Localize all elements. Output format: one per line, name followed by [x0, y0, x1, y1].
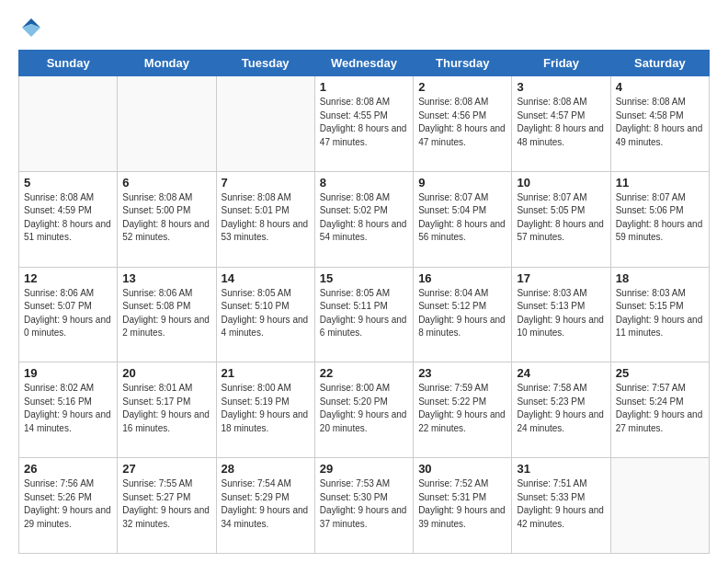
day-info: Sunrise: 7:58 AM Sunset: 5:23 PM Dayligh… [517, 382, 605, 435]
calendar-cell: 1Sunrise: 8:08 AM Sunset: 4:55 PM Daylig… [314, 76, 413, 172]
calendar-cell: 28Sunrise: 7:54 AM Sunset: 5:29 PM Dayli… [216, 458, 314, 554]
weekday-header-monday: Monday [118, 51, 216, 76]
calendar-cell: 14Sunrise: 8:05 AM Sunset: 5:10 PM Dayli… [216, 267, 314, 362]
day-number: 27 [122, 462, 210, 476]
calendar-cell: 17Sunrise: 8:03 AM Sunset: 5:13 PM Dayli… [512, 267, 610, 362]
week-row-1: 5Sunrise: 8:08 AM Sunset: 4:59 PM Daylig… [19, 171, 710, 267]
day-number: 20 [122, 366, 210, 380]
day-number: 23 [418, 366, 506, 380]
day-number: 28 [222, 462, 310, 476]
logo-icon [18, 15, 44, 40]
day-info: Sunrise: 7:59 AM Sunset: 5:22 PM Dayligh… [418, 382, 506, 435]
day-number: 2 [418, 80, 506, 94]
week-row-4: 26Sunrise: 7:56 AM Sunset: 5:26 PM Dayli… [19, 458, 710, 554]
day-info: Sunrise: 8:03 AM Sunset: 5:13 PM Dayligh… [517, 287, 605, 340]
day-number: 30 [418, 462, 506, 476]
day-info: Sunrise: 8:04 AM Sunset: 5:12 PM Dayligh… [418, 287, 506, 340]
calendar-cell: 27Sunrise: 7:55 AM Sunset: 5:27 PM Dayli… [118, 458, 216, 554]
day-info: Sunrise: 7:53 AM Sunset: 5:30 PM Dayligh… [320, 477, 408, 531]
calendar-cell: 4Sunrise: 8:08 AM Sunset: 4:58 PM Daylig… [610, 76, 709, 172]
header [18, 15, 710, 40]
weekday-header-tuesday: Tuesday [216, 51, 314, 76]
weekday-header-wednesday: Wednesday [314, 51, 413, 76]
weekday-header-sunday: Sunday [19, 51, 118, 76]
calendar-cell: 3Sunrise: 8:08 AM Sunset: 4:57 PM Daylig… [512, 76, 610, 172]
day-info: Sunrise: 8:02 AM Sunset: 5:16 PM Dayligh… [24, 382, 112, 435]
calendar-cell: 13Sunrise: 8:06 AM Sunset: 5:08 PM Dayli… [118, 267, 216, 362]
calendar-cell: 18Sunrise: 8:03 AM Sunset: 5:15 PM Dayli… [610, 267, 709, 362]
page: SundayMondayTuesdayWednesdayThursdayFrid… [0, 0, 728, 563]
day-number: 11 [616, 176, 704, 190]
day-number: 31 [517, 462, 605, 476]
day-number: 15 [320, 271, 408, 285]
weekday-header-saturday: Saturday [610, 51, 709, 76]
day-info: Sunrise: 8:08 AM Sunset: 5:02 PM Dayligh… [320, 191, 408, 245]
calendar-cell: 12Sunrise: 8:06 AM Sunset: 5:07 PM Dayli… [19, 267, 118, 362]
day-info: Sunrise: 8:00 AM Sunset: 5:20 PM Dayligh… [320, 382, 408, 435]
day-info: Sunrise: 7:56 AM Sunset: 5:26 PM Dayligh… [24, 477, 112, 531]
calendar-cell: 2Sunrise: 8:08 AM Sunset: 4:56 PM Daylig… [414, 76, 512, 172]
day-number: 10 [517, 176, 605, 190]
day-number: 7 [222, 176, 310, 190]
day-number: 16 [418, 271, 506, 285]
calendar-cell [610, 458, 709, 554]
day-number: 18 [616, 271, 704, 285]
calendar-cell: 7Sunrise: 8:08 AM Sunset: 5:01 PM Daylig… [216, 171, 314, 267]
weekday-header-row: SundayMondayTuesdayWednesdayThursdayFrid… [19, 51, 710, 76]
calendar-cell: 24Sunrise: 7:58 AM Sunset: 5:23 PM Dayli… [512, 362, 610, 458]
calendar-cell: 10Sunrise: 8:07 AM Sunset: 5:05 PM Dayli… [512, 171, 610, 267]
calendar-cell: 31Sunrise: 7:51 AM Sunset: 5:33 PM Dayli… [512, 458, 610, 554]
day-number: 17 [517, 271, 605, 285]
day-info: Sunrise: 8:07 AM Sunset: 5:05 PM Dayligh… [517, 191, 605, 245]
day-number: 3 [517, 80, 605, 94]
week-row-0: 1Sunrise: 8:08 AM Sunset: 4:55 PM Daylig… [19, 76, 710, 172]
day-info: Sunrise: 8:05 AM Sunset: 5:11 PM Dayligh… [320, 287, 408, 340]
day-info: Sunrise: 8:08 AM Sunset: 4:55 PM Dayligh… [320, 96, 408, 149]
calendar-cell: 30Sunrise: 7:52 AM Sunset: 5:31 PM Dayli… [414, 458, 512, 554]
weekday-header-thursday: Thursday [414, 51, 512, 76]
day-info: Sunrise: 7:52 AM Sunset: 5:31 PM Dayligh… [418, 477, 506, 531]
calendar-cell: 8Sunrise: 8:08 AM Sunset: 5:02 PM Daylig… [314, 171, 413, 267]
logo [18, 15, 48, 40]
calendar-cell [216, 76, 314, 172]
day-number: 5 [24, 176, 112, 190]
day-info: Sunrise: 7:55 AM Sunset: 5:27 PM Dayligh… [122, 477, 210, 531]
day-number: 22 [320, 366, 408, 380]
day-number: 8 [320, 176, 408, 190]
day-info: Sunrise: 8:01 AM Sunset: 5:17 PM Dayligh… [122, 382, 210, 435]
day-number: 13 [122, 271, 210, 285]
day-info: Sunrise: 8:05 AM Sunset: 5:10 PM Dayligh… [222, 287, 310, 340]
day-info: Sunrise: 8:08 AM Sunset: 5:01 PM Dayligh… [222, 191, 310, 245]
day-info: Sunrise: 8:07 AM Sunset: 5:04 PM Dayligh… [418, 191, 506, 245]
calendar-cell: 23Sunrise: 7:59 AM Sunset: 5:22 PM Dayli… [414, 362, 512, 458]
day-info: Sunrise: 8:06 AM Sunset: 5:07 PM Dayligh… [24, 287, 112, 340]
calendar-cell: 29Sunrise: 7:53 AM Sunset: 5:30 PM Dayli… [314, 458, 413, 554]
calendar-cell [118, 76, 216, 172]
calendar-cell [19, 76, 118, 172]
day-number: 14 [222, 271, 310, 285]
day-number: 24 [517, 366, 605, 380]
calendar-cell: 20Sunrise: 8:01 AM Sunset: 5:17 PM Dayli… [118, 362, 216, 458]
day-number: 4 [616, 80, 704, 94]
calendar-cell: 11Sunrise: 8:07 AM Sunset: 5:06 PM Dayli… [610, 171, 709, 267]
calendar-cell: 6Sunrise: 8:08 AM Sunset: 5:00 PM Daylig… [118, 171, 216, 267]
day-number: 12 [24, 271, 112, 285]
calendar-cell: 21Sunrise: 8:00 AM Sunset: 5:19 PM Dayli… [216, 362, 314, 458]
day-info: Sunrise: 8:08 AM Sunset: 4:58 PM Dayligh… [616, 96, 704, 149]
day-number: 25 [616, 366, 704, 380]
day-info: Sunrise: 8:00 AM Sunset: 5:19 PM Dayligh… [222, 382, 310, 435]
calendar-cell: 25Sunrise: 7:57 AM Sunset: 5:24 PM Dayli… [610, 362, 709, 458]
calendar-cell: 19Sunrise: 8:02 AM Sunset: 5:16 PM Dayli… [19, 362, 118, 458]
day-info: Sunrise: 7:51 AM Sunset: 5:33 PM Dayligh… [517, 477, 605, 531]
day-info: Sunrise: 8:07 AM Sunset: 5:06 PM Dayligh… [616, 191, 704, 245]
day-info: Sunrise: 8:08 AM Sunset: 4:59 PM Dayligh… [24, 191, 112, 245]
day-number: 29 [320, 462, 408, 476]
day-info: Sunrise: 7:54 AM Sunset: 5:29 PM Dayligh… [222, 477, 310, 531]
day-number: 26 [24, 462, 112, 476]
day-info: Sunrise: 8:08 AM Sunset: 4:56 PM Dayligh… [418, 96, 506, 149]
calendar-table: SundayMondayTuesdayWednesdayThursdayFrid… [18, 50, 710, 554]
day-info: Sunrise: 8:08 AM Sunset: 4:57 PM Dayligh… [517, 96, 605, 149]
day-number: 6 [122, 176, 210, 190]
week-row-3: 19Sunrise: 8:02 AM Sunset: 5:16 PM Dayli… [19, 362, 710, 458]
calendar-cell: 16Sunrise: 8:04 AM Sunset: 5:12 PM Dayli… [414, 267, 512, 362]
